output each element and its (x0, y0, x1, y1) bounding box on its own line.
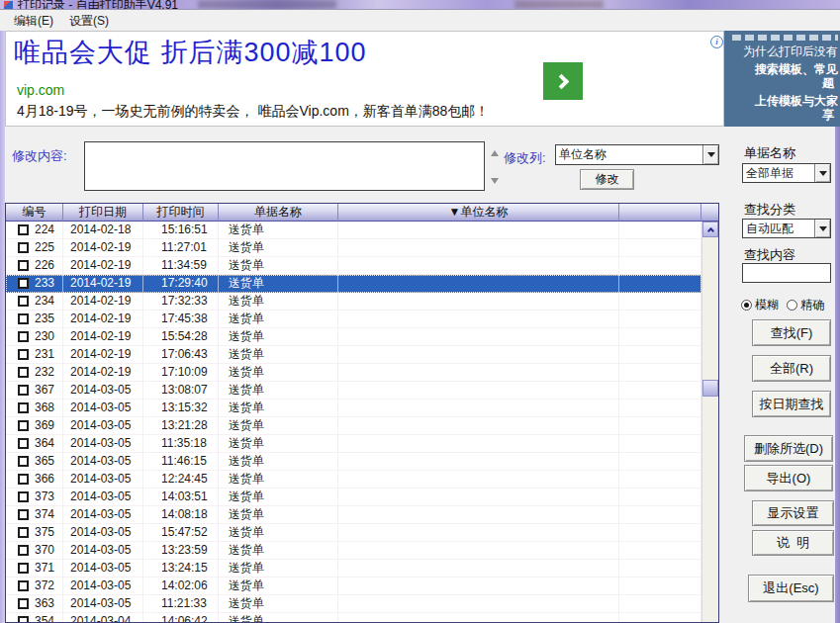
menu-edit[interactable]: 编辑(E) (8, 10, 59, 32)
row-checkbox[interactable] (18, 509, 29, 520)
cell-print-time: 13:15:32 (143, 400, 219, 417)
row-checkbox[interactable] (18, 385, 29, 396)
table-row[interactable]: 3642014-03-0511:35:18送货单 (6, 435, 701, 453)
ad-link-upload-templates-wrap[interactable]: 享 (822, 107, 834, 124)
table-row[interactable]: 2302014-02-1915:54:28送货单 (6, 328, 701, 346)
table-row[interactable]: 3652014-03-0511:46:15送货单 (6, 453, 701, 471)
table-row[interactable]: 3672014-03-0513:08:07送货单 (6, 382, 701, 400)
modify-content-input[interactable] (84, 141, 485, 191)
row-checkbox[interactable] (18, 331, 29, 342)
cell-print-date: 2014-03-05 (63, 542, 143, 560)
fuzzy-radio[interactable] (741, 300, 752, 311)
modify-button[interactable]: 修改 (580, 169, 634, 190)
table-row[interactable]: 3702014-03-0513:23:59送货单 (6, 542, 701, 560)
ad-banner[interactable]: 唯品会大促 折后满300减100 vip.com 4月18-19号，一场史无前例… (5, 31, 724, 127)
delete-selected-button[interactable]: 删除所选(D) (744, 435, 833, 462)
banner-cta-button[interactable] (543, 62, 583, 100)
table-row[interactable]: 3752014-03-0515:47:52送货单 (6, 524, 701, 542)
table-row[interactable]: 2262014-02-1911:34:59送货单 (6, 257, 701, 275)
search-content-input[interactable] (742, 263, 831, 283)
cell-doc-name: 送货单 (219, 346, 338, 364)
spinner-up-icon[interactable] (491, 150, 499, 156)
ad-link-search-templates-wrap[interactable]: 题 (822, 75, 834, 92)
row-checkbox[interactable] (18, 296, 29, 307)
table-row[interactable]: 3712014-03-0513:24:15送货单 (6, 560, 701, 578)
export-button[interactable]: 导出(O) (744, 465, 833, 491)
chevron-down-icon[interactable] (814, 220, 830, 237)
row-checkbox[interactable] (18, 349, 29, 360)
exit-button[interactable]: 退出(Esc) (748, 575, 834, 602)
row-checkbox[interactable] (18, 491, 29, 502)
table-row[interactable]: 3722014-03-0514:02:06送货单 (6, 578, 701, 595)
display-settings-button[interactable]: 显示设置 (752, 500, 834, 526)
chevron-down-icon[interactable] (814, 164, 830, 182)
table-row[interactable]: 2312014-02-1917:06:43送货单 (6, 346, 701, 364)
table-row[interactable]: 3742014-03-0514:08:18送货单 (6, 506, 701, 524)
table-row[interactable]: 2322014-02-1917:10:09送货单 (6, 364, 701, 382)
ad-link-why-no-print[interactable]: 为什么打印后没有 (743, 44, 838, 60)
header-doc-name[interactable]: 单据名称 (219, 204, 338, 222)
row-checkbox[interactable] (18, 616, 29, 622)
spinner-down-icon[interactable] (491, 178, 499, 184)
modify-column-select[interactable]: 单位名称 (555, 144, 719, 165)
ad-links-topline (732, 35, 838, 41)
row-checkbox[interactable] (18, 224, 29, 235)
table-row[interactable]: 3542014-03-0414:06:42送货单 (6, 613, 701, 622)
ad-headline[interactable]: 唯品会大促 折后满300减100 (14, 35, 367, 70)
ad-info-icon[interactable]: i (710, 36, 723, 48)
row-checkbox[interactable] (18, 527, 29, 538)
header-extra[interactable] (619, 204, 701, 222)
table-row[interactable]: 3692014-03-0513:21:28送货单 (6, 417, 701, 435)
cell-print-date: 2014-03-05 (63, 382, 143, 400)
chevron-down-icon[interactable] (702, 145, 718, 164)
cell-extra (619, 578, 701, 595)
row-checkbox[interactable] (18, 580, 29, 591)
fuzzy-radio-label[interactable]: 模糊 (755, 297, 779, 313)
header-print-time[interactable]: 打印时间 (143, 204, 219, 222)
row-checkbox[interactable] (18, 313, 29, 324)
search-content-label: 查找内容 (744, 246, 795, 264)
scroll-up-button[interactable] (702, 222, 718, 237)
row-checkbox[interactable] (18, 420, 29, 431)
table-row[interactable]: 2352014-02-1917:45:38送货单 (6, 311, 701, 328)
cell-id: 364 (6, 435, 63, 453)
table-scrollbar[interactable] (701, 222, 718, 622)
help-button[interactable]: 说 明 (752, 530, 834, 556)
row-checkbox[interactable] (18, 367, 29, 378)
header-id[interactable]: 编号 (6, 204, 63, 222)
doc-name-select[interactable]: 全部单据 (742, 163, 831, 183)
table-row[interactable]: 3662014-03-0512:24:45送货单 (6, 471, 701, 489)
cell-extra (619, 382, 701, 400)
row-checkbox[interactable] (18, 474, 29, 485)
table-row[interactable]: 3632014-03-0511:21:33送货单 (6, 595, 701, 613)
table-row[interactable]: 3732014-03-0514:03:51送货单 (6, 489, 701, 506)
table-row[interactable]: 2242014-02-1815:16:51送货单 (6, 222, 701, 239)
find-button[interactable]: 查找(F) (752, 319, 831, 346)
row-checkbox[interactable] (18, 278, 29, 289)
show-all-button[interactable]: 全部(R) (752, 355, 831, 382)
row-checkbox[interactable] (18, 402, 29, 413)
table-row[interactable]: 3682014-03-0513:15:32送货单 (6, 400, 701, 417)
header-unit-name[interactable]: ▼单位名称 (338, 204, 619, 222)
scrollbar-thumb[interactable] (702, 380, 718, 397)
row-checkbox[interactable] (18, 545, 29, 556)
row-checkbox[interactable] (18, 598, 29, 609)
header-print-date[interactable]: 打印日期 (63, 204, 143, 222)
table-row[interactable]: 2332014-02-1917:29:40送货单 (6, 275, 701, 293)
ad-site-link[interactable]: vip.com (17, 82, 64, 98)
row-checkbox[interactable] (18, 438, 29, 449)
search-category-select[interactable]: 自动匹配 (742, 219, 831, 238)
cell-extra (619, 595, 701, 613)
row-checkbox[interactable] (18, 563, 29, 574)
cell-extra (619, 435, 701, 453)
row-checkbox[interactable] (18, 242, 29, 253)
exact-radio-label[interactable]: 精确 (800, 297, 824, 313)
table-row[interactable]: 2252014-02-1911:27:01送货单 (6, 239, 701, 257)
find-by-date-button[interactable]: 按日期查找 (752, 391, 831, 417)
table-row[interactable]: 2342014-02-1917:32:33送货单 (6, 293, 701, 311)
cell-print-time: 14:08:18 (143, 506, 219, 524)
menu-settings[interactable]: 设置(S) (63, 10, 115, 32)
exact-radio[interactable] (787, 300, 797, 311)
row-checkbox[interactable] (18, 260, 29, 271)
row-checkbox[interactable] (18, 456, 29, 467)
